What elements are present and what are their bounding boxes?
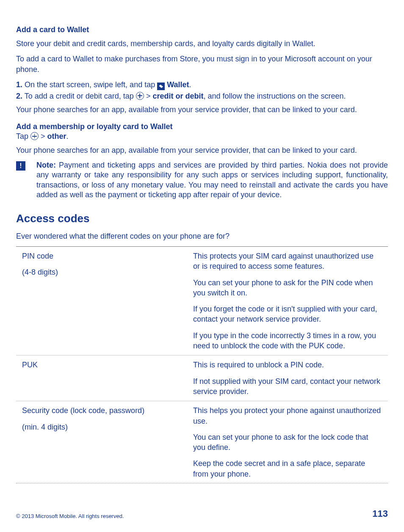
searches-text-2: Your phone searches for an app, availabl…: [16, 145, 388, 155]
note-text: Note: Payment and ticketing apps and ser…: [36, 160, 388, 200]
page-number: 113: [372, 508, 388, 519]
dotted-divider: [16, 483, 388, 483]
table-row: Security code (lock code, password) (min…: [16, 401, 388, 483]
code-desc: This protects your SIM card against unau…: [193, 251, 382, 272]
manual-page: Add a card to Wallet Store your debit an…: [0, 0, 404, 532]
note-body: Payment and ticketing apps and services …: [36, 161, 388, 199]
tap-prefix: Tap: [16, 132, 30, 141]
code-desc: If you forget the code or it isn't suppl…: [193, 304, 382, 325]
code-name-cell: PUK: [16, 356, 187, 401]
plus-circle-icon: [30, 132, 39, 140]
code-name-cell: PIN code (4-8 digits): [16, 246, 187, 355]
note-label: Note:: [36, 161, 56, 169]
code-desc: If not supplied with your SIM card, cont…: [193, 376, 382, 397]
tap-line: Tap > other.: [16, 131, 388, 141]
access-codes-table: PIN code (4-8 digits) This protects your…: [16, 246, 388, 483]
topic-intro: Ever wondered what the different codes o…: [16, 231, 388, 241]
subsection-title: Add a membership or loyalty card to Wall…: [16, 122, 388, 131]
page-footer: © 2013 Microsoft Mobile. All rights rese…: [16, 508, 388, 519]
note-icon-column: !: [16, 160, 36, 200]
intro-text: Store your debit and credit cards, membe…: [16, 39, 388, 49]
table-row: PIN code (4-8 digits) This protects your…: [16, 246, 388, 355]
step-1: 1. On the start screen, swipe left, and …: [16, 80, 388, 90]
step-2: 2. To add a credit or debit card, tap > …: [16, 91, 388, 101]
code-desc-cell: This helps you protect your phone agains…: [187, 401, 388, 483]
code-desc-cell: This is required to unblock a PIN code. …: [187, 356, 388, 401]
code-desc: You can set your phone to ask for the PI…: [193, 278, 382, 298]
copyright-text: © 2013 Microsoft Mobile. All rights rese…: [16, 513, 124, 519]
code-desc: Keep the code secret and in a safe place…: [193, 458, 382, 479]
code-name-cell: Security code (lock code, password) (min…: [16, 401, 187, 483]
wallet-icon: [157, 83, 165, 90]
period: .: [189, 80, 191, 89]
step-text-b: , and follow the instructions on the scr…: [203, 92, 346, 100]
table-row: PUK This is required to unblock a PIN co…: [16, 356, 388, 401]
code-desc: This helps you protect your phone agains…: [193, 405, 382, 426]
code-name: Security code (lock code, password): [22, 405, 181, 416]
note-block: ! Note: Payment and ticketing apps and s…: [16, 160, 388, 200]
step-text: On the start screen, swipe left, and tap: [22, 80, 157, 89]
code-name: PIN code: [22, 251, 181, 261]
code-desc: You can set your phone to ask for the lo…: [193, 432, 382, 453]
code-name: PUK: [22, 360, 181, 370]
searches-text: Your phone searches for an app, availabl…: [16, 105, 388, 115]
code-sub: (min. 4 digits): [22, 422, 181, 432]
step-number: 2.: [16, 92, 22, 100]
section-title: Add a card to Wallet: [16, 25, 388, 34]
plus-circle-icon: [136, 92, 144, 100]
period: .: [66, 132, 69, 141]
topic-heading: Access codes: [16, 212, 388, 225]
step-text: To add a credit or debit card, tap: [22, 92, 136, 100]
chevron: >: [146, 92, 151, 100]
credit-or-debit-label: credit or debit: [152, 92, 203, 100]
chevron: >: [41, 132, 45, 141]
wallet-label: Wallet: [167, 80, 189, 89]
code-desc: This is required to unblock a PIN code.: [193, 360, 382, 370]
code-sub: (4-8 digits): [22, 267, 181, 277]
step-number: 1.: [16, 80, 22, 89]
code-desc: If you type in the code incorrectly 3 ti…: [193, 331, 382, 351]
signin-text: To add a card to Wallet to make purchase…: [16, 54, 388, 74]
note-icon: !: [16, 161, 25, 171]
other-label: other: [47, 132, 66, 141]
code-desc-cell: This protects your SIM card against unau…: [187, 246, 388, 355]
